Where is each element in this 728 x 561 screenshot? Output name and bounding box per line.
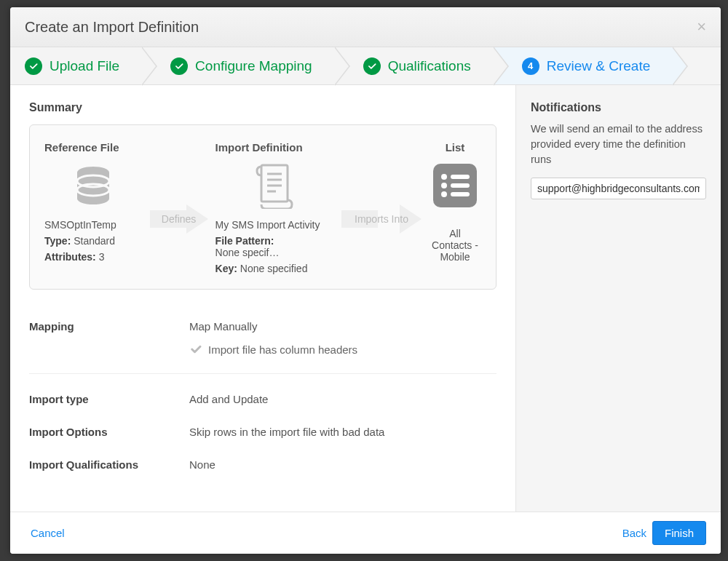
document-scroll-icon: [248, 159, 301, 212]
step-qualifications[interactable]: Qualifications: [334, 47, 493, 84]
list-icon: [429, 159, 481, 212]
reference-file-heading: Reference File: [44, 141, 119, 154]
list-name: All Contacts - Mobile: [429, 228, 481, 263]
notifications-heading: Notifications: [531, 101, 706, 114]
check-icon: [363, 57, 381, 75]
main-panel: Summary Reference File SM: [10, 85, 515, 512]
svg-rect-10: [451, 175, 470, 179]
svg-rect-12: [451, 183, 470, 188]
modal-footer: Cancel Back Finish: [10, 512, 721, 554]
modal-dialog: Create an Import Definition × Upload Fil…: [10, 7, 721, 554]
mapping-row: Mapping Map Manually Import file has col…: [29, 310, 496, 366]
import-qualifications-row: Import Qualifications None: [29, 448, 496, 481]
check-icon: [189, 343, 202, 356]
step-label: Review & Create: [547, 58, 651, 74]
finish-button[interactable]: Finish: [652, 521, 706, 545]
check-icon: [170, 57, 188, 75]
reference-file-column: Reference File SMSOptInTemp Type: Standa…: [44, 141, 143, 274]
step-number-badge: 4: [522, 57, 539, 75]
notifications-panel: Notifications We will send an email to t…: [515, 85, 721, 512]
svg-rect-14: [451, 192, 470, 196]
import-type-label: Import type: [29, 393, 189, 405]
step-label: Configure Mapping: [195, 58, 312, 74]
summary-box: Reference File SMSOptInTemp Type: Standa…: [29, 124, 496, 290]
summary-heading: Summary: [29, 101, 496, 114]
cancel-button[interactable]: Cancel: [25, 522, 71, 544]
list-heading: List: [446, 141, 465, 154]
import-options-row: Import Options Skip rows in the import f…: [29, 415, 496, 448]
database-icon: [67, 159, 119, 212]
back-button[interactable]: Back: [617, 522, 652, 544]
mapping-value: Map Manually Import file has column head…: [189, 320, 496, 356]
step-label: Upload File: [50, 58, 119, 74]
arrow-imports-into: Imports Into: [341, 141, 422, 274]
check-icon: [25, 57, 42, 75]
notification-email-input[interactable]: [531, 178, 706, 199]
import-qualifications-label: Import Qualifications: [29, 458, 189, 471]
modal-header: Create an Import Definition ×: [10, 7, 721, 47]
modal-body: Summary Reference File SM: [10, 85, 721, 512]
notifications-text: We will send an email to the address pro…: [531, 122, 706, 167]
import-qualifications-value: None: [189, 458, 496, 471]
step-configure-mapping[interactable]: Configure Mapping: [141, 47, 334, 84]
reference-file-type: Type: Standard: [44, 235, 115, 247]
list-column: List All Contacts - Mobile: [429, 141, 481, 274]
mapping-note: Import file has column headers: [189, 343, 496, 356]
svg-point-11: [441, 183, 447, 188]
svg-rect-3: [261, 165, 288, 202]
import-options-label: Import Options: [29, 426, 189, 438]
import-definition-pattern: File Pattern: None specif…: [215, 235, 334, 258]
details-section: Mapping Map Manually Import file has col…: [29, 310, 496, 481]
mapping-label: Mapping: [29, 320, 189, 356]
step-label: Qualifications: [388, 58, 471, 74]
svg-point-9: [441, 174, 447, 180]
wizard-steps: Upload File Configure Mapping Qualificat…: [10, 47, 721, 85]
import-type-row: Import type Add and Update: [29, 373, 496, 415]
close-icon[interactable]: ×: [697, 17, 706, 36]
import-definition-key: Key: None specified: [215, 263, 308, 274]
step-review-create[interactable]: 4 Review & Create: [493, 47, 673, 84]
step-upload-file[interactable]: Upload File: [10, 47, 141, 84]
svg-point-13: [441, 191, 447, 197]
import-options-value: Skip rows in the import file with bad da…: [189, 426, 496, 438]
arrow-defines: Defines: [150, 141, 208, 274]
import-definition-name: My SMS Import Activity: [215, 219, 320, 231]
reference-file-attributes: Attributes: 3: [44, 251, 104, 263]
import-definition-column: Import Definition My SMS Import Activ: [215, 141, 334, 274]
import-type-value: Add and Update: [189, 393, 496, 405]
reference-file-name: SMSOptInTemp: [44, 219, 116, 231]
import-definition-heading: Import Definition: [215, 141, 303, 154]
modal-title: Create an Import Definition: [25, 19, 199, 36]
